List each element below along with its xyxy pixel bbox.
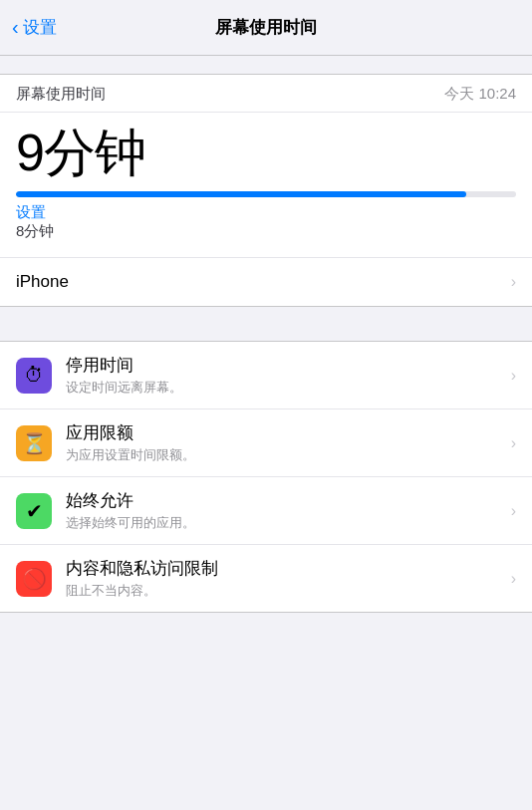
always-allowed-title: 始终允许 [66, 489, 503, 512]
back-label: 设置 [23, 16, 57, 39]
downtime-subtitle: 设定时间远离屏幕。 [66, 379, 503, 397]
summary-time: 今天 10:24 [444, 85, 516, 104]
list-item-downtime[interactable]: ⏱ 停用时间 设定时间远离屏幕。 › [0, 342, 532, 409]
app-limits-chevron-icon: › [511, 434, 516, 452]
always-allowed-text: 始终允许 选择始终可用的应用。 [66, 489, 503, 532]
usage-big-time: 9分钟 [16, 125, 516, 181]
app-limits-subtitle: 为应用设置时间限额。 [66, 446, 503, 464]
navigation-header: ‹ 设置 屏幕使用时间 [0, 0, 532, 56]
progress-bar-fill [16, 191, 466, 197]
summary-section: 屏幕使用时间 今天 10:24 9分钟 设置 8分钟 iPhone › [0, 74, 532, 307]
back-button[interactable]: ‹ 设置 [12, 16, 57, 39]
downtime-icon: ⏱ [16, 358, 52, 394]
downtime-text: 停用时间 设定时间远离屏幕。 [66, 354, 503, 397]
list-item-app-limits[interactable]: ⏳ 应用限额 为应用设置时间限额。 › [0, 409, 532, 477]
device-chevron-icon: › [511, 273, 516, 291]
device-row[interactable]: iPhone › [0, 258, 532, 306]
progress-sub-label: 设置 [16, 203, 516, 222]
page-title: 屏幕使用时间 [215, 16, 317, 39]
content-privacy-text: 内容和隐私访问限制 阻止不当内容。 [66, 557, 503, 600]
progress-sub: 设置 8分钟 [16, 203, 516, 241]
app-limits-text: 应用限额 为应用设置时间限额。 [66, 421, 503, 464]
content-privacy-title: 内容和隐私访问限制 [66, 557, 503, 580]
progress-sub-value: 8分钟 [16, 222, 516, 241]
device-label: iPhone [16, 272, 69, 292]
app-limits-icon: ⏳ [16, 425, 52, 461]
content-privacy-chevron-icon: › [511, 570, 516, 588]
always-allowed-icon: ✔ [16, 493, 52, 529]
content-privacy-subtitle: 阻止不当内容。 [66, 582, 503, 600]
usage-detail: 9分钟 设置 8分钟 [0, 113, 532, 258]
list-item-content-privacy[interactable]: 🚫 内容和隐私访问限制 阻止不当内容。 › [0, 545, 532, 612]
summary-header: 屏幕使用时间 今天 10:24 [0, 75, 532, 113]
summary-label: 屏幕使用时间 [16, 85, 106, 104]
back-chevron-icon: ‹ [12, 17, 19, 37]
always-allowed-chevron-icon: › [511, 502, 516, 520]
app-limits-title: 应用限额 [66, 421, 503, 444]
downtime-title: 停用时间 [66, 354, 503, 377]
downtime-chevron-icon: › [511, 367, 516, 385]
progress-bar [16, 191, 516, 197]
content-privacy-icon: 🚫 [16, 561, 52, 597]
always-allowed-subtitle: 选择始终可用的应用。 [66, 514, 503, 532]
list-item-always-allowed[interactable]: ✔ 始终允许 选择始终可用的应用。 › [0, 477, 532, 545]
feature-list: ⏱ 停用时间 设定时间远离屏幕。 › ⏳ 应用限额 为应用设置时间限额。 › ✔… [0, 341, 532, 613]
